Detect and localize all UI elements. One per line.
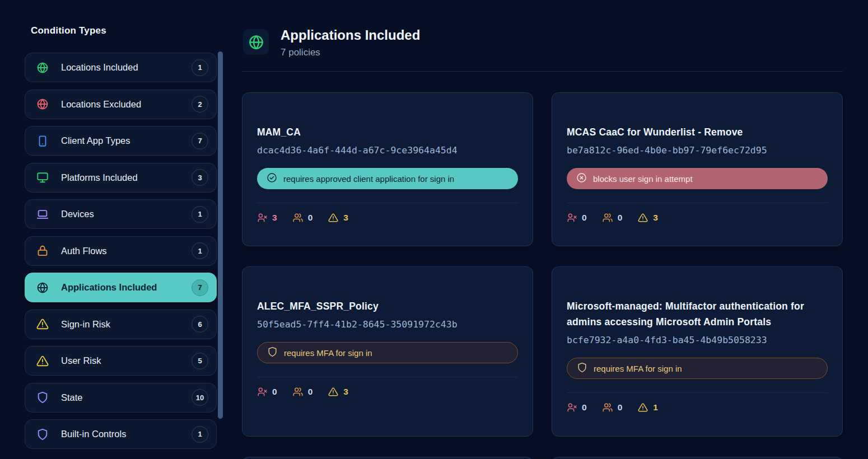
- sidebar-item-label: Sign-in Risk: [61, 319, 192, 330]
- user-x-stat: 0: [567, 213, 587, 223]
- globe-icon: [36, 62, 49, 74]
- stat-value: 3: [653, 213, 658, 223]
- sidebar-item-built-in-controls[interactable]: Built-in Controls 1: [25, 419, 217, 449]
- condition-types-sidebar: Condition Types Locations Included 1 Loc…: [25, 0, 217, 449]
- policy-name: ALEC_MFA_SSPR_Policy: [257, 298, 518, 314]
- sidebar-item-label: State: [61, 392, 192, 403]
- sidebar-item-label: Applications Included: [61, 282, 192, 293]
- policy-name: MCAS CaaC for Wunderlist - Remove: [567, 124, 828, 140]
- sidebar-item-auth-flows[interactable]: Auth Flows 1: [25, 236, 217, 266]
- sidebar-item-sign-in-risk[interactable]: Sign-in Risk 6: [25, 310, 217, 339]
- card-divider: [567, 203, 828, 203]
- policy-stats: 001: [567, 402, 828, 413]
- policy-card-partial[interactable]: [552, 457, 843, 459]
- policy-name: MAM_CA: [257, 124, 518, 140]
- policy-action-badge: requires MFA for sign in: [567, 358, 828, 379]
- policy-stats: 303: [257, 213, 518, 223]
- policy-id: be7a812c-96ed-4b0e-bb97-79ef6ec72d95: [567, 145, 828, 156]
- globe-icon: [36, 282, 49, 294]
- count-badge: 2: [192, 96, 208, 113]
- users-icon: [293, 213, 303, 223]
- policy-action-badge: requires MFA for sign in: [257, 342, 518, 363]
- sidebar-item-client-app-types[interactable]: Client App Types 7: [25, 126, 217, 156]
- page-title: Applications Included: [281, 28, 420, 42]
- policy-card[interactable]: MCAS CaaC for Wunderlist - Remove be7a81…: [552, 92, 843, 246]
- user-x-stat: 3: [257, 213, 277, 223]
- lock-icon: [36, 245, 49, 257]
- policy-action-label: requires MFA for sign in: [594, 364, 682, 373]
- users-icon: [603, 213, 613, 223]
- sidebar-item-label: Built-in Controls: [61, 429, 192, 439]
- policy-id: bcfe7932-a4a0-4fd3-ba45-4b49b5058233: [567, 335, 828, 345]
- card-divider: [257, 377, 518, 377]
- count-badge: 1: [192, 242, 208, 259]
- count-badge: 5: [192, 353, 208, 369]
- stat-value: 3: [272, 213, 277, 223]
- policy-card[interactable]: Microsoft-managed: Multifactor authentic…: [552, 266, 843, 437]
- policy-cards-grid: MAM_CA dcac4d36-4a6f-444d-a67c-9ce3964a4…: [242, 92, 843, 459]
- stat-value: 1: [653, 402, 658, 413]
- sidebar-item-label: Client App Types: [61, 135, 192, 146]
- policy-action-badge: blocks user sign in attempt: [567, 168, 828, 189]
- sidebar-item-locations-excluded[interactable]: Locations Excluded 2: [25, 90, 217, 119]
- alert-triangle-icon: [36, 318, 49, 330]
- sidebar-item-locations-included[interactable]: Locations Included 1: [25, 53, 217, 82]
- users-icon: [603, 402, 613, 413]
- policy-count-subtitle: 7 policies: [281, 47, 420, 58]
- user-x-stat: 0: [567, 402, 587, 413]
- monitor-icon: [36, 171, 49, 184]
- stat-value: 3: [343, 387, 348, 397]
- sidebar-item-user-risk[interactable]: User Risk 5: [25, 346, 217, 376]
- sidebar-item-applications-included[interactable]: Applications Included 7: [25, 273, 217, 302]
- sidebar-item-platforms-included[interactable]: Platforms Included 3: [25, 163, 217, 193]
- header-text: Applications Included 7 policies: [281, 28, 420, 58]
- sidebar-item-state[interactable]: State 10: [25, 383, 217, 413]
- sidebar-item-label: Locations Excluded: [61, 99, 192, 110]
- policy-card[interactable]: MAM_CA dcac4d36-4a6f-444d-a67c-9ce3964a4…: [242, 92, 533, 246]
- policy-name: Microsoft-managed: Multifactor authentic…: [567, 298, 828, 330]
- count-badge: 1: [192, 426, 208, 443]
- globe-icon: [36, 98, 49, 110]
- sidebar-item-label: Locations Included: [61, 62, 192, 73]
- main-panel: Applications Included 7 policies MAM_CA …: [242, 0, 843, 459]
- check-circle-icon: [267, 172, 277, 185]
- policy-id: 50f5ead5-7ff4-41b2-8645-35091972c43b: [257, 319, 518, 330]
- alert-triangle-icon: [328, 387, 338, 397]
- laptop-icon: [36, 208, 49, 221]
- header-divider: [242, 71, 843, 72]
- policy-action-label: blocks user sign in attempt: [593, 174, 693, 184]
- count-badge: 3: [192, 169, 208, 186]
- sidebar-item-label: Devices: [61, 209, 192, 219]
- stat-value: 0: [582, 213, 587, 223]
- policy-card[interactable]: ALEC_MFA_SSPR_Policy 50f5ead5-7ff4-41b2-…: [242, 266, 533, 437]
- globe-icon: [243, 29, 269, 55]
- policy-action-badge: requires approved client application for…: [257, 168, 518, 189]
- stat-value: 0: [618, 402, 623, 413]
- shield-icon: [36, 428, 49, 441]
- user-x-icon: [257, 213, 267, 223]
- count-badge: 10: [192, 389, 208, 406]
- main-header: Applications Included 7 policies: [242, 0, 843, 58]
- users-stat: 0: [603, 402, 623, 413]
- users-stat: 0: [293, 387, 313, 397]
- sidebar-title: Condition Types: [31, 25, 217, 36]
- stat-value: 0: [582, 402, 587, 413]
- card-divider: [257, 203, 518, 203]
- alert-triangle-icon: [638, 213, 648, 223]
- users-icon: [293, 387, 303, 397]
- x-circle-icon: [576, 172, 587, 185]
- alert-triangle-icon: [328, 213, 338, 223]
- policy-action-label: requires MFA for sign in: [284, 348, 372, 358]
- sidebar-item-devices[interactable]: Devices 1: [25, 199, 217, 229]
- sidebar-scrollbar-thumb[interactable]: [218, 51, 223, 419]
- stat-value: 3: [343, 213, 348, 223]
- sidebar-item-label: Auth Flows: [61, 246, 192, 256]
- sidebar-list: Locations Included 1 Locations Excluded …: [25, 53, 217, 449]
- users-stat: 0: [603, 213, 623, 223]
- policy-card-partial[interactable]: [242, 457, 533, 459]
- card-divider: [567, 392, 828, 393]
- alert-triangle-stat: 3: [328, 213, 348, 223]
- count-badge: 1: [192, 206, 208, 223]
- stat-value: 0: [308, 213, 313, 223]
- policy-id: dcac4d36-4a6f-444d-a67c-9ce3964a45d4: [257, 145, 518, 156]
